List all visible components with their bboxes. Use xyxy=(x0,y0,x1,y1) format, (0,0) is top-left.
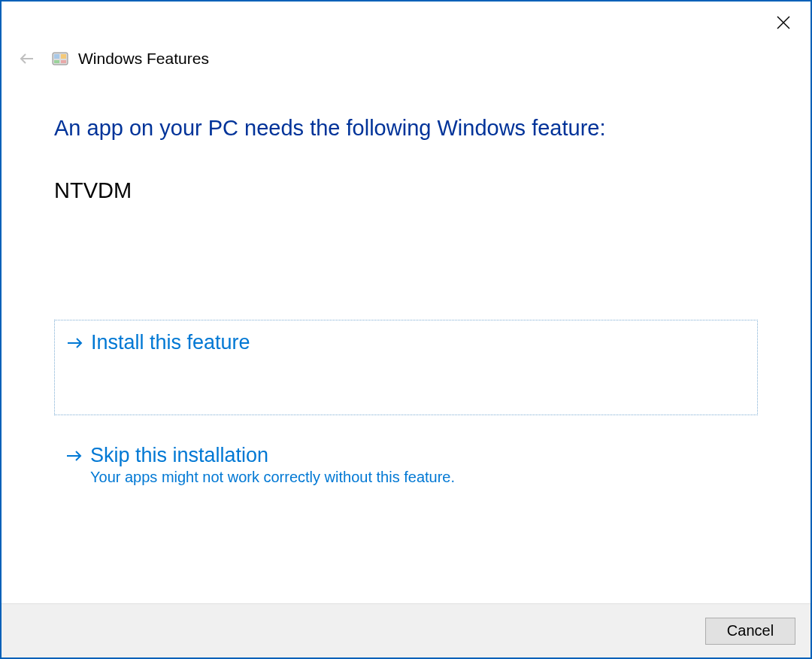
back-button xyxy=(15,47,39,71)
skip-option-subtext: Your apps might not work correctly witho… xyxy=(90,469,747,486)
option-row: Skip this installation xyxy=(65,444,747,467)
svg-rect-4 xyxy=(54,54,59,59)
arrow-left-icon xyxy=(18,50,36,68)
install-feature-option[interactable]: Install this feature xyxy=(54,320,758,415)
main-heading: An app on your PC needs the following Wi… xyxy=(54,116,758,141)
skip-installation-option[interactable]: Skip this installation Your apps might n… xyxy=(54,433,758,493)
skip-option-title: Skip this installation xyxy=(90,444,268,467)
titlebar xyxy=(2,2,810,39)
cancel-button[interactable]: Cancel xyxy=(705,618,795,645)
arrow-right-icon xyxy=(65,333,85,353)
svg-rect-6 xyxy=(54,60,59,63)
option-row: Install this feature xyxy=(65,331,747,354)
dialog-footer: Cancel xyxy=(2,603,810,657)
arrow-right-icon xyxy=(65,446,84,466)
header-row: Windows Features xyxy=(2,47,810,71)
close-icon xyxy=(776,15,791,30)
window-title: Windows Features xyxy=(78,50,209,68)
close-button[interactable] xyxy=(768,8,798,38)
svg-rect-5 xyxy=(61,54,66,59)
feature-name: NTVDM xyxy=(54,178,758,203)
content-area: An app on your PC needs the following Wi… xyxy=(2,71,810,603)
svg-rect-7 xyxy=(61,60,66,63)
install-option-title: Install this feature xyxy=(91,331,250,354)
windows-features-dialog: Windows Features An app on your PC needs… xyxy=(0,0,812,659)
windows-features-icon xyxy=(51,50,69,68)
